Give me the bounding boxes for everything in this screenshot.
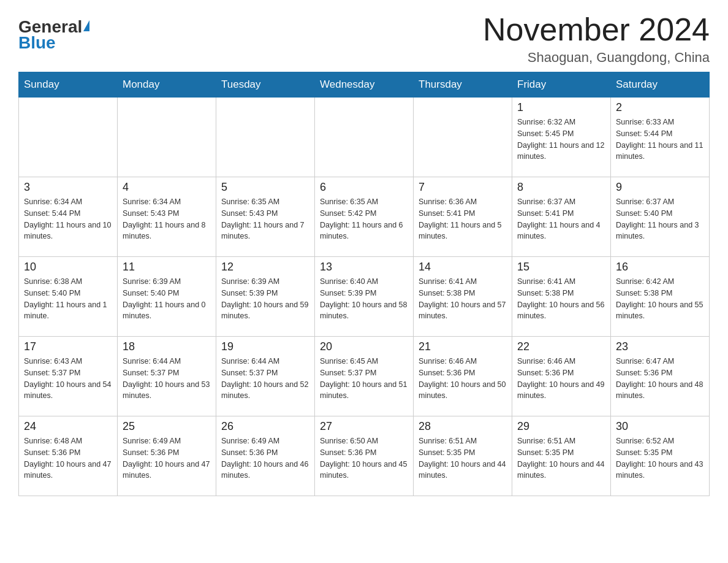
calendar-cell	[216, 98, 315, 177]
day-number: 11	[123, 261, 211, 274]
day-info: Sunrise: 6:43 AM Sunset: 5:37 PM Dayligh…	[24, 356, 112, 402]
calendar-cell	[315, 98, 414, 177]
calendar-cell: 27Sunrise: 6:50 AM Sunset: 5:36 PM Dayli…	[315, 416, 414, 496]
day-info: Sunrise: 6:46 AM Sunset: 5:36 PM Dayligh…	[419, 356, 507, 402]
day-number: 19	[221, 340, 309, 353]
day-number: 6	[320, 181, 408, 194]
calendar-cell: 21Sunrise: 6:46 AM Sunset: 5:36 PM Dayli…	[414, 337, 512, 416]
calendar-week-2: 3Sunrise: 6:34 AM Sunset: 5:44 PM Daylig…	[19, 177, 710, 257]
day-info: Sunrise: 6:48 AM Sunset: 5:36 PM Dayligh…	[24, 435, 112, 481]
day-info: Sunrise: 6:50 AM Sunset: 5:36 PM Dayligh…	[320, 435, 408, 481]
calendar-cell: 18Sunrise: 6:44 AM Sunset: 5:37 PM Dayli…	[118, 337, 216, 416]
day-info: Sunrise: 6:52 AM Sunset: 5:35 PM Dayligh…	[616, 435, 704, 481]
page-header: General Blue November 2024 Shaoguan, Gua…	[18, 12, 710, 66]
calendar-cell: 12Sunrise: 6:39 AM Sunset: 5:39 PM Dayli…	[216, 257, 315, 337]
day-info: Sunrise: 6:39 AM Sunset: 5:39 PM Dayligh…	[221, 276, 309, 322]
day-number: 8	[517, 181, 605, 194]
calendar-cell: 19Sunrise: 6:44 AM Sunset: 5:37 PM Dayli…	[216, 337, 315, 416]
calendar-cell	[19, 98, 118, 177]
day-info: Sunrise: 6:34 AM Sunset: 5:44 PM Dayligh…	[24, 196, 112, 242]
day-number: 27	[320, 420, 408, 433]
weekday-header-saturday: Saturday	[611, 72, 710, 98]
weekday-header-sunday: Sunday	[19, 72, 118, 98]
day-number: 18	[123, 340, 211, 353]
day-number: 23	[616, 340, 704, 353]
day-info: Sunrise: 6:51 AM Sunset: 5:35 PM Dayligh…	[517, 435, 605, 481]
calendar-cell: 29Sunrise: 6:51 AM Sunset: 5:35 PM Dayli…	[512, 416, 611, 496]
day-number: 5	[221, 181, 309, 194]
day-number: 7	[419, 181, 507, 194]
title-section: November 2024 Shaoguan, Guangdong, China	[483, 12, 710, 66]
calendar-cell: 17Sunrise: 6:43 AM Sunset: 5:37 PM Dayli…	[19, 337, 118, 416]
day-number: 4	[123, 181, 211, 194]
calendar-cell: 9Sunrise: 6:37 AM Sunset: 5:40 PM Daylig…	[611, 177, 710, 257]
calendar-cell: 26Sunrise: 6:49 AM Sunset: 5:36 PM Dayli…	[216, 416, 315, 496]
weekday-header-monday: Monday	[118, 72, 216, 98]
calendar-cell: 16Sunrise: 6:42 AM Sunset: 5:38 PM Dayli…	[611, 257, 710, 337]
calendar-cell: 6Sunrise: 6:35 AM Sunset: 5:42 PM Daylig…	[315, 177, 414, 257]
day-info: Sunrise: 6:39 AM Sunset: 5:40 PM Dayligh…	[123, 276, 211, 322]
day-info: Sunrise: 6:34 AM Sunset: 5:43 PM Dayligh…	[123, 196, 211, 242]
weekday-header-wednesday: Wednesday	[315, 72, 414, 98]
day-info: Sunrise: 6:42 AM Sunset: 5:38 PM Dayligh…	[616, 276, 704, 322]
day-info: Sunrise: 6:37 AM Sunset: 5:40 PM Dayligh…	[616, 196, 704, 242]
calendar-cell: 22Sunrise: 6:46 AM Sunset: 5:36 PM Dayli…	[512, 337, 611, 416]
day-info: Sunrise: 6:38 AM Sunset: 5:40 PM Dayligh…	[24, 276, 112, 322]
day-number: 25	[123, 420, 211, 433]
day-number: 22	[517, 340, 605, 353]
calendar-week-4: 17Sunrise: 6:43 AM Sunset: 5:37 PM Dayli…	[19, 337, 710, 416]
calendar-week-5: 24Sunrise: 6:48 AM Sunset: 5:36 PM Dayli…	[19, 416, 710, 496]
location: Shaoguan, Guangdong, China	[483, 50, 710, 66]
calendar-cell: 14Sunrise: 6:41 AM Sunset: 5:38 PM Dayli…	[414, 257, 512, 337]
day-info: Sunrise: 6:44 AM Sunset: 5:37 PM Dayligh…	[221, 356, 309, 402]
calendar-cell: 4Sunrise: 6:34 AM Sunset: 5:43 PM Daylig…	[118, 177, 216, 257]
day-info: Sunrise: 6:44 AM Sunset: 5:37 PM Dayligh…	[123, 356, 211, 402]
day-number: 28	[419, 420, 507, 433]
logo-triangle-icon	[83, 20, 89, 31]
day-info: Sunrise: 6:46 AM Sunset: 5:36 PM Dayligh…	[517, 356, 605, 402]
day-number: 13	[320, 261, 408, 274]
calendar-cell: 25Sunrise: 6:49 AM Sunset: 5:36 PM Dayli…	[118, 416, 216, 496]
day-info: Sunrise: 6:41 AM Sunset: 5:38 PM Dayligh…	[419, 276, 507, 322]
calendar-cell: 1Sunrise: 6:32 AM Sunset: 5:45 PM Daylig…	[512, 98, 611, 177]
calendar-cell: 24Sunrise: 6:48 AM Sunset: 5:36 PM Dayli…	[19, 416, 118, 496]
day-number: 17	[24, 340, 112, 353]
day-number: 1	[517, 101, 605, 114]
day-number: 9	[616, 181, 704, 194]
day-number: 16	[616, 261, 704, 274]
day-info: Sunrise: 6:37 AM Sunset: 5:41 PM Dayligh…	[517, 196, 605, 242]
calendar-cell: 23Sunrise: 6:47 AM Sunset: 5:36 PM Dayli…	[611, 337, 710, 416]
calendar-cell: 20Sunrise: 6:45 AM Sunset: 5:37 PM Dayli…	[315, 337, 414, 416]
calendar-cell: 15Sunrise: 6:41 AM Sunset: 5:38 PM Dayli…	[512, 257, 611, 337]
day-number: 30	[616, 420, 704, 433]
day-info: Sunrise: 6:35 AM Sunset: 5:42 PM Dayligh…	[320, 196, 408, 242]
calendar-cell: 13Sunrise: 6:40 AM Sunset: 5:39 PM Dayli…	[315, 257, 414, 337]
day-number: 10	[24, 261, 112, 274]
calendar-cell: 28Sunrise: 6:51 AM Sunset: 5:35 PM Dayli…	[414, 416, 512, 496]
calendar-cell	[118, 98, 216, 177]
day-info: Sunrise: 6:49 AM Sunset: 5:36 PM Dayligh…	[123, 435, 211, 481]
calendar-cell: 3Sunrise: 6:34 AM Sunset: 5:44 PM Daylig…	[19, 177, 118, 257]
day-info: Sunrise: 6:41 AM Sunset: 5:38 PM Dayligh…	[517, 276, 605, 322]
day-number: 15	[517, 261, 605, 274]
calendar-cell: 2Sunrise: 6:33 AM Sunset: 5:44 PM Daylig…	[611, 98, 710, 177]
day-info: Sunrise: 6:35 AM Sunset: 5:43 PM Dayligh…	[221, 196, 309, 242]
calendar-cell: 10Sunrise: 6:38 AM Sunset: 5:40 PM Dayli…	[19, 257, 118, 337]
day-number: 12	[221, 261, 309, 274]
day-number: 21	[419, 340, 507, 353]
calendar-cell: 11Sunrise: 6:39 AM Sunset: 5:40 PM Dayli…	[118, 257, 216, 337]
day-info: Sunrise: 6:47 AM Sunset: 5:36 PM Dayligh…	[616, 356, 704, 402]
calendar-cell	[414, 98, 512, 177]
calendar-cell: 5Sunrise: 6:35 AM Sunset: 5:43 PM Daylig…	[216, 177, 315, 257]
day-info: Sunrise: 6:45 AM Sunset: 5:37 PM Dayligh…	[320, 356, 408, 402]
weekday-header-friday: Friday	[512, 72, 611, 98]
day-number: 2	[616, 101, 704, 114]
calendar-week-1: 1Sunrise: 6:32 AM Sunset: 5:45 PM Daylig…	[19, 98, 710, 177]
day-number: 14	[419, 261, 507, 274]
day-info: Sunrise: 6:40 AM Sunset: 5:39 PM Dayligh…	[320, 276, 408, 322]
weekday-header-thursday: Thursday	[414, 72, 512, 98]
day-info: Sunrise: 6:32 AM Sunset: 5:45 PM Dayligh…	[517, 117, 605, 163]
day-number: 24	[24, 420, 112, 433]
weekday-header-tuesday: Tuesday	[216, 72, 315, 98]
logo-blue: Blue	[18, 33, 56, 53]
